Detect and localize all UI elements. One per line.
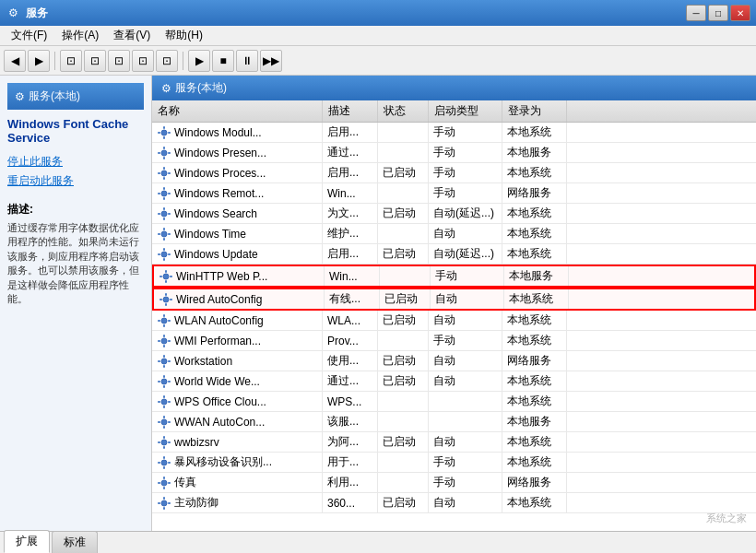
toolbar-btn-2[interactable]: ⊡: [84, 50, 106, 72]
svg-rect-32: [163, 258, 165, 261]
start-button[interactable]: ▶: [188, 50, 210, 72]
table-row[interactable]: 暴风移动设备识别... 用于... 手动 本地系统: [152, 453, 756, 473]
service-icon: [157, 354, 171, 369]
restart-service-link[interactable]: 重启动此服务: [7, 173, 144, 189]
col-desc[interactable]: 描述: [323, 100, 378, 122]
td-status: [378, 143, 429, 162]
window-title: 服务: [26, 6, 686, 21]
svg-rect-77: [163, 446, 165, 449]
col-login[interactable]: 登录为: [502, 100, 567, 122]
service-icon: [159, 269, 173, 284]
td-desc: 该服...: [323, 412, 378, 431]
td-startup: 自动: [429, 224, 502, 243]
service-icon: [157, 455, 171, 470]
td-status: [378, 331, 429, 350]
svg-rect-54: [168, 340, 171, 342]
td-name: Windows Modul...: [152, 123, 323, 142]
svg-rect-26: [163, 228, 165, 230]
restart-button[interactable]: ▶▶: [260, 50, 282, 72]
td-status: 已启动: [380, 289, 431, 309]
svg-rect-33: [158, 253, 160, 255]
toolbar-btn-1[interactable]: ⊡: [60, 50, 82, 72]
td-desc: WPS...: [323, 392, 378, 411]
tab-standard[interactable]: 标准: [52, 531, 98, 553]
svg-rect-79: [168, 441, 171, 443]
td-startup: 手动: [429, 163, 502, 182]
title-bar: ⚙ 服务 ─ □ ✕: [0, 0, 756, 26]
td-startup: [429, 392, 502, 411]
td-desc: 利用...: [323, 473, 378, 492]
toolbar-btn-4[interactable]: ⊡: [132, 50, 154, 72]
table-row[interactable]: Windows Time 维护... 自动 本地系统: [152, 224, 756, 244]
menu-action[interactable]: 操作(A): [54, 26, 106, 45]
td-startup: 自动: [431, 289, 504, 309]
minimize-button[interactable]: ─: [686, 5, 706, 21]
bottom-tabs: 扩展 标准: [0, 531, 756, 553]
td-status: [378, 412, 429, 431]
forward-button[interactable]: ▶: [28, 50, 50, 72]
svg-rect-76: [163, 436, 165, 439]
table-row[interactable]: 主动防御 360... 已启动 自动 本地系统: [152, 493, 756, 513]
table-row[interactable]: Windows Modul... 启用... 手动 本地系统: [152, 123, 756, 143]
svg-rect-73: [158, 421, 160, 423]
tab-extended[interactable]: 扩展: [4, 530, 50, 553]
menu-file[interactable]: 文件(F): [4, 26, 54, 45]
maximize-button[interactable]: □: [708, 5, 728, 21]
table-row[interactable]: Windows Search 为文... 已启动 自动(延迟...) 本地系统: [152, 204, 756, 224]
td-desc: Win...: [323, 183, 378, 203]
svg-rect-7: [163, 157, 165, 159]
table-row[interactable]: Windows Presen... 通过... 手动 本地服务: [152, 143, 756, 163]
svg-rect-92: [163, 507, 165, 510]
td-login: 本地系统: [502, 244, 567, 264]
pause-button[interactable]: ⏸: [236, 50, 258, 72]
back-button[interactable]: ◀: [4, 50, 26, 72]
table-row[interactable]: 传真 利用... 手动 网络服务: [152, 473, 756, 493]
svg-rect-91: [163, 497, 165, 500]
menu-view[interactable]: 查看(V): [106, 26, 158, 45]
close-button[interactable]: ✕: [730, 5, 750, 21]
service-icon: [157, 435, 171, 450]
svg-rect-72: [163, 426, 165, 429]
svg-rect-18: [158, 193, 160, 194]
td-startup: 手动: [429, 183, 502, 203]
stop-button[interactable]: ■: [212, 50, 234, 72]
watermark: 系统之家: [706, 512, 747, 525]
svg-point-80: [161, 460, 167, 465]
svg-rect-19: [168, 193, 171, 194]
table-row[interactable]: wwbizsrv 为阿... 已启动 自动 本地系统: [152, 432, 756, 453]
td-status: [378, 473, 429, 492]
table-row[interactable]: WWAN AutoCon... 该服... 本地服务: [152, 412, 756, 432]
table-row[interactable]: WinHTTP Web P... Win... 手动 本地服务: [152, 265, 756, 288]
table-row[interactable]: WLAN AutoConfig WLA... 已启动 自动 本地系统: [152, 311, 756, 331]
td-status: [380, 266, 431, 286]
td-status: [378, 123, 429, 142]
svg-rect-89: [168, 482, 171, 484]
col-startup[interactable]: 启动类型: [429, 100, 502, 122]
table-row[interactable]: WPS Office Clou... WPS... 本地系统: [152, 392, 756, 412]
table-row[interactable]: Workstation 使用... 已启动 自动 网络服务: [152, 351, 756, 371]
toolbar-btn-5[interactable]: ⊡: [156, 50, 178, 72]
table-row[interactable]: World Wide We... 通过... 已启动 自动 本地系统: [152, 371, 756, 392]
svg-rect-27: [163, 238, 165, 241]
td-startup: 自动(延迟...): [429, 204, 502, 223]
td-login: 本地服务: [502, 412, 567, 431]
svg-rect-62: [163, 385, 165, 388]
service-icon: [157, 166, 171, 181]
menu-help[interactable]: 帮助(H): [158, 26, 210, 45]
left-header-title: 服务(本地): [29, 88, 80, 104]
table-row[interactable]: Windows Proces... 启用... 已启动 手动 本地系统: [152, 163, 756, 183]
td-name: Windows Time: [152, 224, 323, 243]
table-row[interactable]: WMI Performan... Prov... 手动 本地系统: [152, 331, 756, 351]
table-row[interactable]: Windows Remot... Win... 手动 网络服务: [152, 183, 756, 204]
col-name[interactable]: 名称: [152, 100, 323, 122]
svg-rect-56: [163, 355, 165, 358]
table-row[interactable]: Windows Update 启用... 已启动 自动(延迟...) 本地系统: [152, 244, 756, 265]
td-name: WinHTTP Web P...: [154, 266, 325, 286]
td-desc: 启用...: [323, 123, 378, 142]
toolbar-btn-3[interactable]: ⊡: [108, 50, 130, 72]
svg-rect-87: [163, 487, 165, 489]
table-row[interactable]: Wired AutoConfig 有线... 已启动 自动 本地系统: [152, 288, 756, 311]
stop-service-link[interactable]: 停止此服务: [7, 154, 144, 170]
td-status: 已启动: [378, 163, 429, 182]
col-status[interactable]: 状态: [378, 100, 429, 122]
